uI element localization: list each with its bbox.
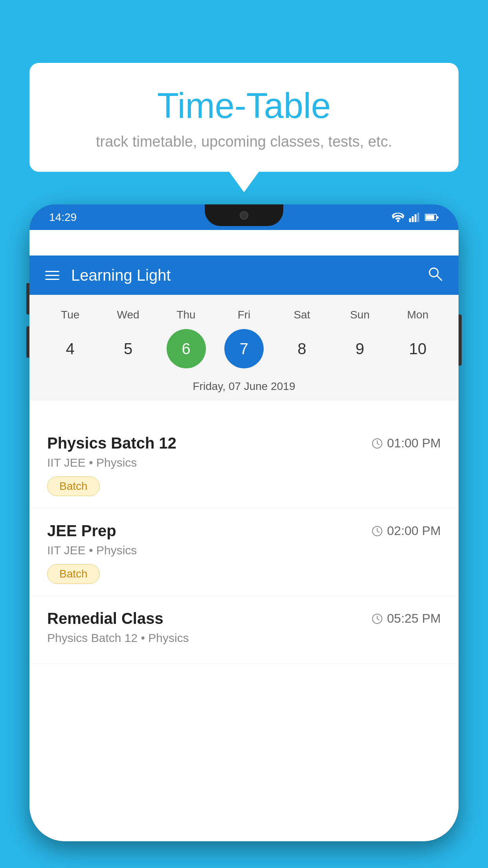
schedule-item-time: 05:25 PM xyxy=(371,611,441,626)
status-time: 14:29 xyxy=(49,211,77,224)
calendar-date-7[interactable]: 7 xyxy=(224,329,264,368)
clock-icon xyxy=(371,438,383,449)
svg-line-8 xyxy=(437,276,442,280)
weekday-label: Sat xyxy=(282,309,321,321)
schedule-item-subtitle: Physics Batch 12 • Physics xyxy=(47,631,441,645)
batch-badge: Batch xyxy=(47,564,100,584)
svg-rect-1 xyxy=(412,216,414,222)
signal-icon xyxy=(409,213,420,222)
weekday-label: Sun xyxy=(340,309,380,321)
dates-row: 45678910 xyxy=(37,327,451,376)
schedule-item-title: Remedial Class xyxy=(47,610,163,627)
svg-rect-5 xyxy=(426,215,434,220)
schedule-item-time: 01:00 PM xyxy=(371,436,441,451)
hamburger-menu-button[interactable] xyxy=(45,271,59,280)
calendar-date-10[interactable]: 10 xyxy=(398,329,437,368)
svg-line-17 xyxy=(377,619,379,620)
front-camera xyxy=(240,211,248,220)
schedule-item-2[interactable]: Remedial Class 05:25 PM Physics Batch 12… xyxy=(29,596,459,664)
phone-notch xyxy=(205,204,283,226)
phone-screen: Learning Light TueWedThuFriSatSunMon 456… xyxy=(29,230,459,841)
svg-line-11 xyxy=(377,443,379,445)
calendar-date-6[interactable]: 6 xyxy=(167,329,206,368)
clock-icon xyxy=(371,613,383,625)
schedule-container: Physics Batch 12 01:00 PM IIT JEE • Phys… xyxy=(29,421,459,841)
weekday-label: Tue xyxy=(51,309,90,321)
calendar-section: TueWedThuFriSatSunMon 45678910 Friday, 0… xyxy=(29,295,459,401)
weekdays-row: TueWedThuFriSatSunMon xyxy=(37,303,451,327)
speech-bubble: Time-Table track timetable, upcoming cla… xyxy=(29,63,459,172)
weekday-label: Fri xyxy=(224,309,264,321)
wifi-icon xyxy=(392,213,404,222)
schedule-item-header: JEE Prep 02:00 PM xyxy=(47,522,441,540)
app-bar: Learning Light xyxy=(29,256,459,295)
battery-icon xyxy=(425,213,439,221)
schedule-item-header: Remedial Class 05:25 PM xyxy=(47,610,441,627)
calendar-date-9[interactable]: 9 xyxy=(340,329,380,368)
calendar-date-5[interactable]: 5 xyxy=(108,329,148,368)
search-button[interactable] xyxy=(427,266,443,285)
svg-rect-6 xyxy=(437,216,438,219)
svg-rect-0 xyxy=(409,218,411,222)
clock-icon xyxy=(371,525,383,537)
status-icons xyxy=(392,213,439,222)
schedule-item-title: Physics Batch 12 xyxy=(47,434,176,452)
weekday-label: Wed xyxy=(108,309,148,321)
calendar-date-4[interactable]: 4 xyxy=(51,329,90,368)
svg-rect-2 xyxy=(415,214,416,222)
weekday-label: Thu xyxy=(167,309,206,321)
schedule-item-subtitle: IIT JEE • Physics xyxy=(47,456,441,469)
schedule-item-time: 02:00 PM xyxy=(371,524,441,538)
svg-rect-3 xyxy=(417,213,419,222)
schedule-item-0[interactable]: Physics Batch 12 01:00 PM IIT JEE • Phys… xyxy=(29,421,459,508)
schedule-item-1[interactable]: JEE Prep 02:00 PM IIT JEE • Physics Batc… xyxy=(29,508,459,596)
schedule-item-title: JEE Prep xyxy=(47,522,116,540)
bubble-subtitle: track timetable, upcoming classes, tests… xyxy=(49,133,439,150)
power-button xyxy=(459,314,462,366)
phone-container: 14:29 xyxy=(29,204,459,868)
schedule-item-header: Physics Batch 12 01:00 PM xyxy=(47,434,441,452)
selected-date-label: Friday, 07 June 2019 xyxy=(37,376,451,401)
volume-down-button xyxy=(26,326,29,358)
batch-badge: Batch xyxy=(47,476,100,496)
svg-line-14 xyxy=(377,531,379,532)
volume-up-button xyxy=(26,283,29,314)
calendar-date-8[interactable]: 8 xyxy=(282,329,321,368)
bubble-title: Time-Table xyxy=(49,86,439,125)
phone-frame: 14:29 xyxy=(29,204,459,841)
app-bar-title: Learning Light xyxy=(71,267,427,284)
schedule-item-subtitle: IIT JEE • Physics xyxy=(47,544,441,557)
weekday-label: Mon xyxy=(398,309,437,321)
